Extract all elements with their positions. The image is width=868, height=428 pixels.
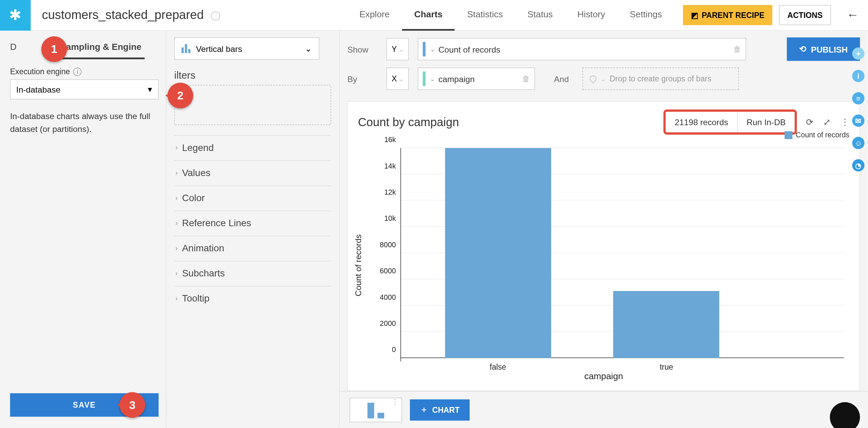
x-axis-label: campaign — [584, 371, 623, 382]
nav-status[interactable]: Status — [515, 0, 565, 31]
left-tab-d[interactable]: D — [10, 36, 20, 59]
callout-1: 1 — [41, 36, 67, 62]
chevron-right-icon: › — [175, 169, 178, 176]
chevron-right-icon: › — [175, 244, 178, 252]
y-tick: 0 — [392, 346, 400, 354]
plus-icon: ＋ — [420, 405, 428, 415]
group-dropzone[interactable]: ⌄ Drop to create groups of bars — [582, 67, 738, 90]
right-rail: + i ≡ ✉ ☺ ◔ — [849, 31, 868, 172]
chart-thumbnail[interactable]: ⋮ — [350, 397, 402, 422]
show-label: Show — [347, 44, 377, 54]
execution-engine-select[interactable]: In-database ▾ — [10, 79, 159, 99]
rail-history-icon[interactable]: ◔ — [852, 159, 864, 171]
accordion-animation[interactable]: ›Animation — [174, 236, 331, 261]
nav-statistics[interactable]: Statistics — [455, 0, 515, 31]
y-tick: 10k — [384, 214, 400, 223]
vertical-bars-icon — [181, 44, 190, 53]
y-metric-box[interactable]: ⌄ Count of records 🗑 — [418, 38, 746, 60]
info-icon[interactable]: i — [73, 67, 82, 76]
top-nav: Explore Charts Statistics Status History… — [347, 0, 868, 31]
parent-recipe-button[interactable]: ◩PARENT RECIPE — [683, 5, 772, 25]
metric-stripe — [423, 72, 426, 86]
by-label: By — [347, 74, 377, 83]
y-tick: 6000 — [380, 267, 400, 275]
x-axis-pill[interactable]: X⌄ — [387, 67, 409, 90]
y-axis-label: Count of records — [353, 234, 363, 296]
publish-icon: ⟲ — [799, 44, 806, 54]
y-tick: 8000 — [380, 240, 400, 249]
y-tick: 12k — [384, 188, 400, 196]
recipe-icon: ◩ — [691, 11, 698, 19]
more-icon[interactable]: ⋮ — [841, 117, 849, 127]
nav-history[interactable]: History — [565, 0, 617, 31]
callout-2: 2 — [167, 83, 193, 109]
records-runindb-highlight: 21198 records Run In-DB — [664, 110, 797, 135]
chevron-right-icon: › — [175, 269, 178, 277]
chevron-down-icon: ▾ — [148, 84, 152, 95]
accordion-reference-lines[interactable]: ›Reference Lines — [174, 211, 331, 236]
snowflake-logo[interactable]: ✱ — [0, 0, 31, 31]
y-tick: 4000 — [380, 293, 400, 301]
accordion-subcharts[interactable]: ›Subcharts — [174, 261, 331, 286]
actions-button[interactable]: ACTIONS — [779, 5, 831, 25]
trash-icon[interactable]: 🗑 — [733, 45, 741, 54]
x-metric-box[interactable]: ⌄ campaign 🗑 — [418, 67, 535, 90]
chevron-down-icon: ⌄ — [305, 43, 312, 54]
nav-settings[interactable]: Settings — [617, 0, 674, 31]
metric-stripe — [423, 42, 426, 57]
rail-add-icon[interactable]: + — [852, 47, 864, 60]
refresh-icon[interactable]: ⟳ — [806, 117, 813, 127]
nav-charts[interactable]: Charts — [402, 0, 455, 31]
y-tick: 2000 — [380, 319, 400, 328]
y-tick: 14k — [384, 162, 400, 170]
chart-legend: Count of records — [785, 131, 849, 139]
y-axis-pill[interactable]: Y⌄ — [387, 38, 409, 60]
legend-swatch — [785, 131, 792, 139]
rail-chat-icon[interactable]: ✉ — [852, 115, 864, 127]
rail-list-icon[interactable]: ≡ — [852, 92, 864, 104]
chevron-down-icon: ⌄ — [399, 76, 403, 82]
chart-bar — [445, 148, 551, 358]
callout-3: 3 — [119, 392, 145, 418]
execution-engine-label: Execution engine i — [10, 67, 156, 76]
accordion-color[interactable]: ›Color — [174, 186, 331, 211]
chevron-down-icon: ⌄ — [430, 45, 435, 53]
chevron-right-icon: › — [175, 294, 178, 302]
engine-hint-text: In-database charts always use the full d… — [10, 110, 156, 136]
x-tick: true — [660, 358, 673, 372]
run-indb-button[interactable]: Run In-DB — [737, 112, 795, 132]
chevron-right-icon: › — [175, 219, 178, 227]
record-count: 21198 records — [666, 112, 737, 132]
add-chart-button[interactable]: ＋CHART — [410, 399, 470, 421]
chart-title: Count by campaign — [358, 115, 459, 129]
chevron-right-icon: › — [175, 194, 178, 202]
accordion-values[interactable]: ›Values — [174, 160, 331, 186]
chevron-down-icon: ⌄ — [399, 46, 403, 52]
filters-dropzone[interactable] — [174, 85, 331, 125]
filters-title: ilters — [174, 70, 331, 82]
rail-info-icon[interactable]: i — [852, 70, 864, 82]
chart-type-select[interactable]: Vertical bars ⌄ — [174, 37, 319, 60]
x-tick: false — [490, 358, 506, 372]
chevron-down-icon: ⌄ — [430, 75, 435, 82]
info-circle-icon[interactable]: ◯ — [211, 10, 221, 20]
nav-explore[interactable]: Explore — [347, 0, 402, 31]
back-arrow-icon[interactable]: ← — [838, 8, 868, 22]
more-icon[interactable]: ⋮ — [392, 400, 398, 403]
y-tick: 16k — [384, 135, 400, 144]
accordion-legend[interactable]: ›Legend — [174, 135, 331, 160]
page-title: customers_stacked_prepared — [42, 8, 204, 22]
and-label: And — [554, 74, 569, 83]
chart-bar — [613, 291, 719, 358]
chevron-down-icon: ⌄ — [601, 76, 605, 82]
expand-icon[interactable]: ⤢ — [823, 117, 830, 127]
raindrop-icon — [588, 74, 598, 83]
trash-icon[interactable]: 🗑 — [522, 74, 530, 83]
rail-user-icon[interactable]: ☺ — [852, 137, 864, 149]
chevron-right-icon: › — [175, 143, 178, 151]
chart-plot: Count of records 0200040006000800010k12k… — [358, 148, 849, 383]
accordion-tooltip[interactable]: ›Tooltip — [174, 286, 331, 311]
